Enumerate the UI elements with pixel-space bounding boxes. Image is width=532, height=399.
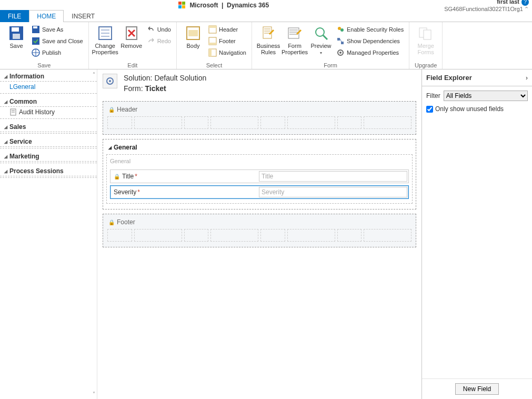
preview-button[interactable]: Preview▾ (308, 24, 334, 57)
dependencies-icon (336, 37, 345, 45)
severity-input[interactable] (259, 187, 407, 197)
redo-icon (147, 37, 155, 45)
svg-rect-26 (337, 38, 340, 41)
scroll-up-icon[interactable]: ˄ (93, 72, 95, 77)
enable-security-roles-button[interactable]: Enable Security Roles (334, 25, 406, 34)
svg-rect-5 (32, 37, 39, 45)
svg-rect-1 (12, 27, 19, 32)
svg-rect-4 (33, 26, 37, 28)
ribbon-group-save: Save (3, 62, 85, 69)
lock-icon: 🔒 (108, 220, 115, 225)
general-section-label: General (109, 157, 410, 167)
svg-point-24 (338, 27, 341, 30)
business-rules-button[interactable]: Business Rules (255, 24, 282, 56)
ribbon-group-form: Form (255, 62, 406, 69)
header-button[interactable]: Header (206, 25, 248, 34)
title-input[interactable] (259, 171, 407, 182)
save-as-button[interactable]: Save As (29, 25, 85, 34)
chevron-right-icon[interactable]: › (526, 74, 528, 82)
save-as-icon (32, 25, 40, 34)
field-explorer-pane: Field Explorer› Filter All Fields Only s… (421, 69, 532, 399)
nav-group-marketing[interactable]: Marketing (0, 149, 97, 162)
header-section[interactable]: 🔒Header (103, 101, 416, 135)
nav-group-information[interactable]: Information (0, 69, 97, 82)
svg-rect-13 (188, 30, 198, 36)
show-dependencies-button[interactable]: Show Dependencies (334, 36, 406, 46)
navigation-pane: ˄˅ Information L General Common Audit Hi… (0, 69, 97, 399)
business-rules-icon (260, 25, 277, 42)
form-canvas: Solution: Default Solution Form: Ticket … (97, 69, 421, 399)
redo-button: Redo (145, 36, 173, 46)
svg-rect-15 (209, 26, 216, 28)
ribbon-group-select: Select (180, 62, 248, 69)
svg-point-37 (109, 80, 111, 82)
merge-forms-icon (417, 25, 434, 42)
svg-rect-2 (13, 34, 20, 39)
only-unused-checkbox[interactable]: Only show unused fields (426, 105, 504, 113)
svg-point-30 (339, 52, 342, 54)
ribbon-group-upgrade: Upgrade (413, 62, 439, 69)
audit-history-icon (9, 108, 17, 116)
form-title: Form: Ticket (124, 84, 206, 93)
nav-group-process-sessions[interactable]: Process Sessions (0, 164, 97, 176)
header-icon (208, 25, 217, 34)
save-close-icon (32, 37, 40, 45)
undo-icon (147, 25, 155, 34)
solution-title: Solution: Default Solution (124, 74, 206, 82)
help-icon[interactable]: ? (521, 0, 529, 6)
preview-icon (313, 25, 329, 42)
chevron-down-icon: ▾ (320, 51, 322, 55)
publish-icon (32, 48, 40, 57)
svg-line-23 (323, 35, 327, 39)
nav-item-audit-history[interactable]: Audit History (0, 107, 97, 117)
ribbon: Save Save As Save and Close Publish Save… (0, 22, 532, 69)
svg-rect-17 (209, 43, 216, 45)
footer-section[interactable]: 🔒Footer (103, 214, 416, 247)
lock-icon: 🔒 (108, 107, 115, 113)
nav-item-general[interactable]: L General (0, 82, 97, 92)
current-org: SG468Functional3022TI1Org1 (444, 6, 523, 12)
body-button[interactable]: Body (180, 24, 206, 50)
field-title[interactable]: 🔒Title* (110, 169, 409, 183)
managed-properties-button[interactable]: Managed Properties (334, 48, 406, 57)
security-icon (336, 25, 345, 34)
save-and-close-button[interactable]: Save and Close (29, 36, 85, 46)
org-dropdown-icon[interactable]: ⌃ (524, 6, 529, 12)
nav-group-common[interactable]: Common (0, 95, 97, 107)
properties-icon (97, 25, 114, 42)
microsoft-logo-icon (178, 2, 186, 9)
filter-select[interactable]: All Fields (444, 91, 528, 101)
tab-file[interactable]: FILE (0, 10, 29, 22)
form-properties-button[interactable]: Form Properties (282, 24, 308, 56)
lock-icon: 🔒 (114, 174, 120, 179)
save-button[interactable]: Save (3, 24, 29, 50)
nav-group-service[interactable]: Service (0, 135, 97, 147)
brand-title: Microsoft | Dynamics 365 (3, 2, 444, 9)
nav-group-sales[interactable]: Sales (0, 120, 97, 132)
remove-button[interactable]: Remove (118, 24, 145, 50)
undo-button[interactable]: Undo (145, 25, 173, 34)
publish-button[interactable]: Publish (29, 48, 85, 57)
svg-rect-19 (209, 49, 212, 56)
navigation-button[interactable]: Navigation (206, 48, 248, 57)
change-properties-button[interactable]: Change Properties (92, 24, 118, 56)
tab-home[interactable]: HOME (29, 10, 64, 22)
scroll-down-icon[interactable]: ˅ (93, 391, 95, 397)
new-field-button[interactable]: New Field (455, 383, 499, 395)
remove-icon (123, 25, 140, 42)
body-icon (185, 25, 202, 42)
save-icon (8, 25, 25, 42)
tab-insert[interactable]: INSERT (64, 10, 103, 22)
filter-label: Filter (426, 92, 440, 99)
footer-button[interactable]: Footer (206, 36, 248, 46)
general-tab[interactable]: General General 🔒Title* Severity* (103, 139, 416, 210)
field-explorer-title: Field Explorer (426, 74, 472, 82)
current-user: first last (497, 0, 519, 5)
merge-forms-button: Merge Forms (413, 24, 439, 56)
field-severity[interactable]: Severity* (110, 185, 409, 199)
svg-rect-32 (424, 30, 431, 39)
gear-icon (336, 48, 345, 57)
svg-point-22 (316, 28, 324, 36)
ribbon-tabstrip: FILE HOME INSERT (0, 11, 532, 22)
ribbon-group-edit: Edit (92, 62, 173, 69)
